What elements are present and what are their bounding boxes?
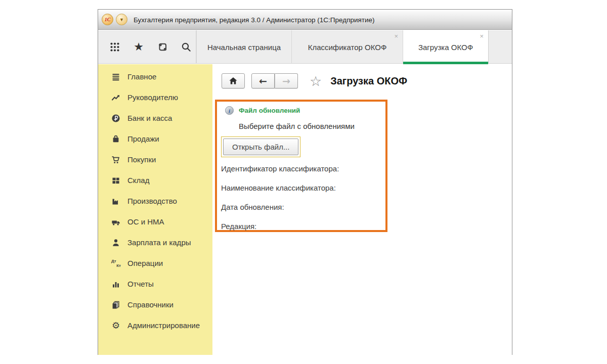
sections-sidebar: Главное Руководителю	[98, 64, 212, 355]
sidebar-item-purchases[interactable]: Покупки	[98, 149, 212, 170]
warehouse-boxes-icon	[111, 175, 121, 186]
open-file-button[interactable]: Открыть файл...	[223, 139, 298, 155]
sidebar-item-manager[interactable]: Руководителю	[98, 87, 212, 108]
main-menu-icon	[111, 72, 121, 82]
panel-header-row: i Файл обновлений	[221, 106, 385, 115]
sidebar-item-production[interactable]: Производство	[98, 191, 212, 211]
sales-bag-icon	[111, 134, 121, 144]
production-factory-icon	[111, 196, 121, 206]
bank-ruble-icon	[111, 113, 121, 123]
forward-arrow-icon: →	[282, 76, 290, 86]
tab-toolbar-row: ★ Начальная страница Класс	[98, 30, 512, 64]
sidebar-item-reports[interactable]: Отчеты	[98, 274, 212, 294]
app-window: 1С ▼ Бухгалтерия предприятия, редакция 3…	[98, 9, 512, 355]
tab-okof-classifier[interactable]: Классификатор ОКОФ ×	[291, 30, 403, 64]
window-body: Главное Руководителю	[98, 64, 512, 355]
sidebar-item-label: Покупки	[127, 155, 156, 164]
purchases-cart-icon	[111, 155, 121, 165]
admin-gear-icon: ⚙	[111, 321, 121, 331]
home-icon	[228, 76, 238, 86]
sidebar-item-label: Главное	[127, 72, 156, 81]
classifier-name-label: Наименование классификатора:	[221, 184, 385, 192]
back-arrow-icon: ←	[259, 76, 267, 86]
quick-toolbar: ★	[98, 30, 196, 64]
favorites-star-icon[interactable]: ★	[133, 41, 145, 53]
window-title: Бухгалтерия предприятия, редакция 3.0 / …	[134, 10, 375, 30]
close-icon[interactable]: ×	[394, 33, 398, 39]
open-file-button-focus-ring: Открыть файл...	[221, 136, 300, 157]
apps-grid-icon[interactable]	[109, 41, 121, 53]
panel-title: Файл обновлений	[239, 107, 300, 114]
hr-person-icon	[111, 238, 121, 248]
main-menu-dropdown-button[interactable]: ▼	[116, 14, 127, 25]
sidebar-item-label: Продажи	[127, 134, 159, 143]
1c-logo-button[interactable]: 1С	[102, 14, 113, 25]
sidebar-item-main[interactable]: Главное	[98, 66, 212, 87]
tab-okof-load[interactable]: Загрузка ОКОФ ×	[403, 30, 489, 64]
main-content: ← → ☆ Загрузка ОКОФ i Файл обновлений	[212, 64, 512, 355]
home-button[interactable]	[222, 73, 245, 88]
tab-okof-load-label: Загрузка ОКОФ	[418, 43, 473, 52]
sidebar-item-bank-cash[interactable]: Банк и касса	[98, 108, 212, 128]
operations-dtkt-icon: Дт Кт	[111, 258, 121, 268]
history-scroll-icon[interactable]	[156, 41, 168, 53]
screenshot-stage: 1С ▼ Бухгалтерия предприятия, редакция 3…	[0, 0, 607, 364]
update-file-panel: i Файл обновлений Выберите файл с обновл…	[215, 100, 387, 232]
fixed-assets-truck-icon	[111, 217, 121, 227]
file-prompt-text: Выберите файл с обновлениями	[239, 122, 385, 130]
search-icon[interactable]	[180, 41, 192, 53]
sidebar-item-sales[interactable]: Продажи	[98, 128, 212, 149]
navigation-row: ← → ☆ Загрузка ОКОФ	[222, 73, 407, 88]
sidebar-item-label: Администрирование	[127, 321, 200, 330]
back-button[interactable]: ←	[251, 73, 275, 88]
sidebar-item-label: Производство	[127, 197, 177, 205]
tab-okof-classifier-label: Классификатор ОКОФ	[308, 43, 387, 52]
page-title: Загрузка ОКОФ	[330, 75, 407, 87]
sidebar-item-label: Банк и касса	[127, 114, 172, 122]
revision-label: Редакция:	[221, 222, 385, 231]
sidebar-item-warehouse[interactable]: Склад	[98, 170, 212, 191]
classifier-id-label: Идентификатор классификатора:	[221, 164, 385, 173]
catalogs-books-icon	[111, 300, 121, 310]
sidebar-item-label: Руководителю	[127, 93, 178, 102]
sidebar-item-label: Отчеты	[127, 280, 154, 288]
sidebar-item-label: ОС и НМА	[127, 217, 164, 226]
sidebar-item-hr-payroll[interactable]: Зарплата и кадры	[98, 232, 212, 253]
sidebar-item-catalogs[interactable]: Справочники	[98, 294, 212, 315]
sidebar-item-label: Склад	[127, 176, 149, 185]
classifier-fields: Идентификатор классификатора: Наименован…	[221, 164, 385, 231]
sidebar-item-operations[interactable]: Дт Кт Операции	[98, 253, 212, 274]
tab-home-page[interactable]: Начальная страница	[196, 30, 291, 64]
forward-button[interactable]: →	[275, 73, 298, 88]
history-nav-group: ← →	[251, 73, 298, 88]
sidebar-item-administration[interactable]: ⚙ Администрирование	[98, 315, 212, 336]
reports-chart-icon	[111, 279, 121, 289]
sidebar-item-label: Операции	[127, 259, 163, 267]
manager-trend-icon	[111, 93, 121, 103]
favorite-toggle-star-icon[interactable]: ☆	[310, 74, 322, 88]
sidebar-item-fixed-assets[interactable]: ОС и НМА	[98, 211, 212, 232]
close-icon[interactable]: ×	[480, 33, 484, 39]
sidebar-item-label: Зарплата и кадры	[127, 238, 191, 247]
sidebar-item-label: Справочники	[127, 300, 174, 309]
window-titlebar: 1С ▼ Бухгалтерия предприятия, редакция 3…	[98, 10, 512, 30]
update-date-label: Дата обновления:	[221, 203, 385, 211]
info-icon: i	[225, 106, 234, 115]
